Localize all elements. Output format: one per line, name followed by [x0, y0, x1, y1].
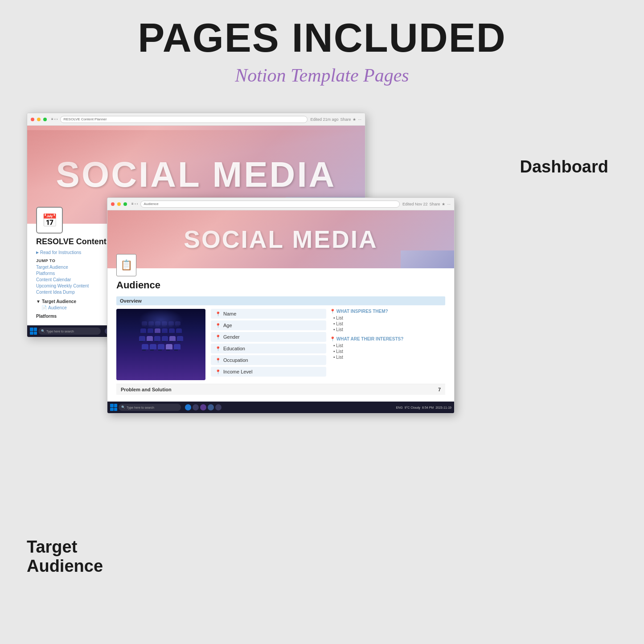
interests-item-1: • List — [333, 343, 445, 348]
nav-target-audience[interactable]: Target Audience — [36, 265, 107, 270]
audience-hero: SOCIAL MEDIA — [107, 210, 454, 268]
search-icon-audience: 🔍 — [121, 406, 125, 409]
content-area: Dashboard ≡ ‹ › RESOLVE Content Planner … — [0, 104, 644, 616]
browser-dot-green — [43, 118, 47, 121]
search-icon-small: 🔍 — [41, 329, 45, 333]
page-icon: 📄 — [41, 305, 47, 310]
pin-icon-name: 📍 — [215, 312, 221, 316]
chair-row-3 — [118, 336, 204, 341]
pin-icon-gender: 📍 — [215, 335, 221, 340]
page-header: PAGES INCLUDED Notion Template Pages — [0, 0, 644, 95]
inspires-title: 📍 WHAT INSPIRES THEM? — [330, 309, 445, 314]
audience-image — [116, 309, 205, 380]
sidebar-audience-item[interactable]: 📄 Audience — [41, 305, 107, 310]
info-row-age: 📍 Age — [211, 320, 326, 330]
pin-icon-occupation: 📍 — [215, 358, 221, 363]
info-row-gender: 📍 Gender — [211, 332, 326, 342]
jump-to-label: JUMP TO — [36, 258, 107, 263]
chair-row-4 — [118, 344, 204, 349]
nav-upcoming-weekly[interactable]: Upcoming Weekly Content — [36, 283, 107, 288]
read-instructions-link[interactable]: ▶ Read for Instructions — [36, 250, 107, 255]
info-row-name: 📍 Name — [211, 309, 326, 319]
taskbar-search-audience[interactable]: 🔍 Type here to search — [119, 404, 181, 411]
pin-icon-income: 📍 — [215, 369, 221, 374]
dashboard-sidebar: ▶ Read for Instructions JUMP TO Target A… — [36, 250, 107, 319]
browser-nav: ≡ ‹ › — [51, 117, 57, 121]
info-col-right: 📍 WHAT INSPIRES THEM? • List • List — [330, 309, 445, 377]
inspires-item-1: • List — [333, 316, 445, 320]
audience-url-bar: Audience — [140, 201, 399, 208]
page-subtitle: Notion Template Pages — [0, 65, 644, 86]
inspires-item-3: • List — [333, 327, 445, 332]
target-audience-label: Target Audience — [27, 537, 103, 576]
audience-browser-dot-green — [123, 202, 127, 206]
pin-icon-education: 📍 — [215, 346, 221, 351]
info-row-occupation: 📍 Occupation — [211, 355, 326, 365]
browser-bar-audience: ≡ ‹ › Audience Edited Nov 22 Share ★ ··· — [107, 198, 454, 210]
interests-section: 📍 WHAT ARE THEIR INTERESTS? • List • Lis… — [330, 336, 445, 360]
pin-icon-interests: 📍 — [330, 336, 335, 341]
windows-icon — [30, 328, 37, 335]
sidebar-group-title-target: ▼ Target Audience — [36, 299, 107, 304]
audience-bar-right: Edited Nov 22 Share ★ ··· — [402, 202, 451, 206]
nav-content-calendar[interactable]: Content Calendar — [36, 277, 107, 282]
overview-table: 📍 Name 📍 Age 📍 Gender — [116, 309, 445, 380]
interests-item-3: • List — [333, 355, 445, 360]
nav-platforms[interactable]: Platforms — [36, 271, 107, 276]
audience-browser-dot-red — [111, 202, 115, 206]
inspires-section: 📍 WHAT INSPIRES THEM? • List • List — [330, 309, 445, 332]
doc-icon: 📋 — [116, 254, 136, 276]
hero-text: SOCIAL MEDIA — [56, 154, 336, 195]
arrow-icon: ▶ — [36, 250, 39, 254]
overview-section: Overview — [116, 296, 445, 305]
audience-screenshot: ≡ ‹ › Audience Edited Nov 22 Share ★ ···… — [107, 197, 455, 414]
audience-windows-icon — [110, 404, 117, 411]
pin-icon-age: 📍 — [215, 323, 221, 328]
browser-dot-red — [31, 118, 34, 121]
info-row-education: 📍 Education — [211, 344, 326, 353]
sidebar-target-audience-group: ▼ Target Audience 📄 Audience — [36, 299, 107, 310]
audience-hero-wrap: SOCIAL MEDIA 📋 — [107, 210, 454, 268]
audience-taskbar: 🔍 Type here to search ENG 9°C Cloudy 8:5… — [107, 402, 454, 413]
audience-hero-text: SOCIAL MEDIA — [184, 225, 377, 254]
calendar-icon: 📅 — [36, 207, 63, 234]
problem-solution-bar: Problem and Solution 7 — [116, 384, 445, 395]
audience-page-title: Audience — [116, 279, 445, 291]
info-table-inner: 📍 Name 📍 Age 📍 Gender — [211, 309, 445, 377]
browser-dot-yellow — [37, 118, 41, 121]
info-table: 📍 Name 📍 Age 📍 Gender — [211, 309, 445, 377]
info-row-income: 📍 Income Level — [211, 367, 326, 377]
dashboard-url-bar: RESOLVE Content Planner — [60, 116, 308, 123]
pin-icon-inspires: 📍 — [330, 309, 335, 314]
sidebar-platforms-title: Platforms — [36, 314, 107, 319]
audience-taskbar-right: ENG 9°C Cloudy 8:54 PM 2023-11-19 — [396, 406, 451, 409]
taskbar-search-dashboard[interactable]: 🔍 Type here to search — [38, 328, 101, 335]
dashboard-label: Dashboard — [520, 157, 608, 176]
audience-browser-nav: ≡ ‹ › — [131, 202, 138, 206]
audience-browser-dot-yellow — [117, 202, 121, 206]
inspires-item-2: • List — [333, 321, 445, 326]
chairs-illustration — [116, 309, 205, 380]
triangle-icon: ▼ — [36, 299, 41, 304]
audience-body: Audience Overview — [107, 268, 454, 402]
browser-bar-right: Edited 21m ago Share ★ ··· — [310, 117, 361, 122]
nav-content-idea-dump[interactable]: Content Idea Dump — [36, 290, 107, 295]
interests-title: 📍 WHAT ARE THEIR INTERESTS? — [330, 336, 445, 341]
page-title: PAGES INCLUDED — [0, 18, 644, 58]
browser-bar-dashboard: ≡ ‹ › RESOLVE Content Planner Edited 21m… — [27, 113, 365, 126]
info-col-left: 📍 Name 📍 Age 📍 Gender — [211, 309, 326, 377]
interests-item-2: • List — [333, 349, 445, 354]
audience-taskbar-icons — [185, 404, 222, 410]
